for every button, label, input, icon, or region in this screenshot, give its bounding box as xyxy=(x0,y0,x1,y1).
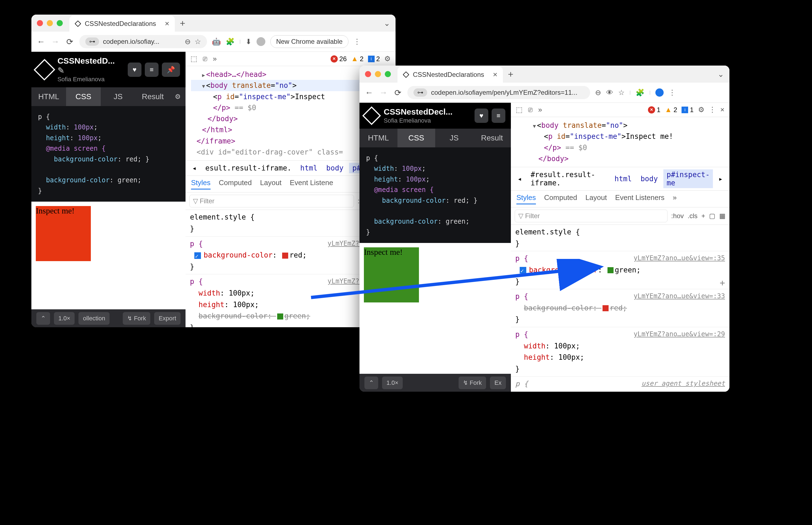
menu-icon[interactable]: ⋮ xyxy=(669,88,676,97)
star-icon[interactable]: ☆ xyxy=(618,88,625,97)
menu-icon[interactable]: ⋮ xyxy=(709,105,716,114)
zoom-icon[interactable]: ⊖ xyxy=(595,88,601,97)
error-icon[interactable]: × xyxy=(648,106,655,114)
color-swatch-icon[interactable] xyxy=(608,267,613,273)
fork-button[interactable]: ↯ Fork xyxy=(458,377,486,389)
new-tab-icon[interactable]: + xyxy=(508,69,513,80)
close-icon[interactable]: × xyxy=(720,105,724,114)
styles-pane[interactable]: element.style {} yLmYEmZ?ano…ue&view=:35… xyxy=(511,225,730,392)
site-info-icon[interactable]: ⊶ xyxy=(413,88,427,97)
browser-tab[interactable]: CSSNestedDeclarations × xyxy=(397,67,503,82)
edit-icon[interactable]: ✎ xyxy=(58,66,64,75)
profile-icon[interactable] xyxy=(655,88,663,97)
tab-js[interactable]: JS xyxy=(101,87,136,106)
device-icon[interactable]: ⎚ xyxy=(528,105,533,114)
more-tabs-icon[interactable]: » xyxy=(538,105,542,114)
extensions-icon[interactable]: 🧩 xyxy=(636,88,644,97)
device-icon[interactable]: ⎚ xyxy=(203,55,207,63)
tab-result[interactable]: Result xyxy=(473,129,511,147)
pin-button[interactable]: 📌 xyxy=(162,62,180,77)
color-swatch-icon[interactable] xyxy=(282,253,288,259)
tab-html[interactable]: HTML xyxy=(31,87,66,106)
dom-tree[interactable]: ▼<body translate="no"> <p id="inspect-me… xyxy=(511,117,730,167)
reload-icon[interactable]: ⟳ xyxy=(393,88,402,97)
reload-icon[interactable]: ⟳ xyxy=(65,37,74,47)
css-editor[interactable]: p { width: 100px; height: 100px; @media … xyxy=(359,147,511,243)
eye-icon[interactable]: 👁 xyxy=(606,88,613,97)
tab-computed[interactable]: Computed xyxy=(219,179,252,190)
site-info-icon[interactable]: ⊶ xyxy=(85,38,99,46)
tab-computed[interactable]: Computed xyxy=(544,193,577,205)
chevron-down-icon[interactable]: ⌄ xyxy=(718,70,724,79)
maximize-icon[interactable] xyxy=(385,71,391,77)
back-icon[interactable]: ← xyxy=(364,88,374,97)
warning-icon[interactable]: ▲ xyxy=(351,55,358,63)
tab-styles[interactable]: Styles xyxy=(191,179,210,190)
warning-icon[interactable]: ▲ xyxy=(665,105,672,114)
inspect-icon[interactable]: ⬚ xyxy=(516,105,523,114)
collection-button[interactable]: ollection xyxy=(78,312,110,325)
tab-css[interactable]: CSS xyxy=(66,87,101,106)
fork-button[interactable]: ↯ Fork xyxy=(123,312,150,325)
add-rule-icon[interactable]: + xyxy=(701,212,705,220)
computed-icon[interactable]: ▢ xyxy=(709,212,715,220)
tab-events[interactable]: Event Listeners xyxy=(615,193,665,205)
update-button[interactable]: New Chrome available xyxy=(270,35,348,48)
tab-styles[interactable]: Styles xyxy=(516,193,536,205)
filter-input[interactable]: ▽ Filter xyxy=(189,195,354,207)
zoom-icon[interactable]: ⊖ xyxy=(185,38,191,46)
export-button[interactable]: Ex xyxy=(490,377,506,389)
browser-tab[interactable]: CSSNestedDeclarations × xyxy=(69,16,175,32)
error-icon[interactable]: × xyxy=(331,55,338,62)
checkbox-icon[interactable] xyxy=(194,252,201,259)
gear-icon[interactable]: ⚙ xyxy=(698,105,704,114)
omnibox[interactable]: ⊶ codepen.io/sofiayem/pen/yLmYEmZ?editor… xyxy=(407,86,590,99)
tab-events[interactable]: Event Listene xyxy=(290,179,333,190)
tab-js[interactable]: JS xyxy=(435,129,473,147)
maximize-icon[interactable] xyxy=(57,20,63,26)
gear-icon[interactable]: ⚙ xyxy=(384,55,391,63)
tab-css[interactable]: CSS xyxy=(397,129,435,147)
inspect-icon[interactable]: ⬚ xyxy=(190,55,197,63)
info-icon[interactable]: i xyxy=(682,107,688,113)
tab-html[interactable]: HTML xyxy=(359,129,397,147)
new-tab-icon[interactable]: + xyxy=(180,18,185,29)
gear-icon[interactable]: ⚙ xyxy=(170,87,186,106)
menu-icon[interactable]: ⋮ xyxy=(354,38,361,46)
css-editor[interactable]: p { width: 100px; height: 100px; @media … xyxy=(31,106,186,201)
tab-layout[interactable]: Layout xyxy=(585,193,607,205)
settings-button[interactable]: ≡ xyxy=(145,62,158,77)
star-icon[interactable]: ☆ xyxy=(194,38,201,46)
extensions-icon[interactable]: 🧩 xyxy=(226,38,235,46)
heart-button[interactable]: ♥ xyxy=(474,108,488,123)
avatar-icon[interactable] xyxy=(256,37,265,46)
settings-button[interactable]: ≡ xyxy=(491,108,505,123)
close-tab-icon[interactable]: × xyxy=(165,19,169,28)
chevron-down-icon[interactable]: ⌄ xyxy=(384,19,390,28)
zoom-button[interactable]: 1.0× xyxy=(54,312,75,325)
console-button[interactable]: ⌃ xyxy=(36,312,50,325)
zoom-button[interactable]: 1.0× xyxy=(382,377,403,389)
cls-button[interactable]: .cls xyxy=(688,212,698,220)
console-button[interactable]: ⌃ xyxy=(364,377,378,389)
back-icon[interactable]: ← xyxy=(36,37,46,46)
heart-button[interactable]: ♥ xyxy=(128,62,141,77)
info-icon[interactable]: i xyxy=(368,56,375,62)
more-tabs-icon[interactable]: » xyxy=(213,55,217,63)
dom-breadcrumb[interactable]: ◂#result.result-iframe. html body p#insp… xyxy=(511,167,730,191)
tab-layout[interactable]: Layout xyxy=(260,179,282,190)
more-tabs-icon[interactable]: » xyxy=(673,193,676,205)
filter-input[interactable]: ▽ Filter xyxy=(515,210,668,222)
download-icon[interactable]: ⬇ xyxy=(246,38,252,46)
hov-button[interactable]: :hov xyxy=(671,212,684,220)
close-icon[interactable] xyxy=(365,71,371,77)
minimize-icon[interactable] xyxy=(375,71,381,77)
checkbox-icon[interactable] xyxy=(520,267,526,273)
bot-icon[interactable]: 🤖 xyxy=(212,38,221,46)
omnibox[interactable]: ⊶ codepen.io/sofiay... ⊖ ☆ xyxy=(79,35,207,48)
minimize-icon[interactable] xyxy=(47,20,53,26)
tab-result[interactable]: Result xyxy=(136,87,170,106)
close-icon[interactable] xyxy=(37,20,43,26)
close-tab-icon[interactable]: × xyxy=(493,70,497,79)
add-icon[interactable]: + xyxy=(720,276,725,290)
